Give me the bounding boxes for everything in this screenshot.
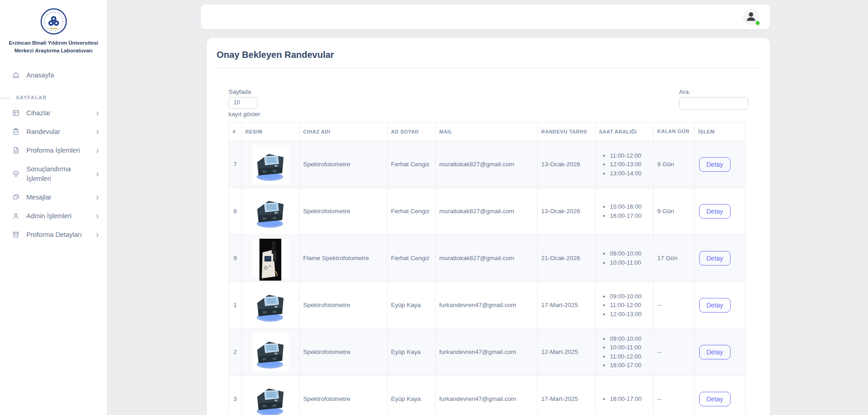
search-control: Ara: bbox=[679, 88, 748, 110]
sidebar-item-label: Mesajlar bbox=[26, 193, 90, 202]
time-slot: 16:00-17:00 bbox=[610, 212, 650, 220]
column-header: # bbox=[229, 123, 242, 141]
device-name: Spektrofotometre bbox=[299, 328, 387, 375]
column-header: RANDEVU TARIHI bbox=[538, 123, 595, 141]
time-slot-list: 09:00-10:0010:00-11:0011:00-12:0016:00-1… bbox=[599, 335, 650, 369]
time-slot-list: 15:00-16:0016:00-17:00 bbox=[599, 203, 650, 220]
table-row: 1 Spektrofotometre Eyüp Kaya furkandevre… bbox=[229, 282, 746, 328]
results-icon bbox=[12, 170, 20, 178]
appointment-date: 12-Mart-2025 bbox=[538, 328, 595, 375]
appointment-date: 17-Mart-2025 bbox=[538, 375, 595, 415]
sidebar-item-proforma-islemleri[interactable]: Proforma İşlemleri › bbox=[0, 141, 107, 160]
proforma-icon bbox=[12, 146, 20, 154]
person-mail: furkandevren47@gmail.com bbox=[436, 282, 538, 328]
detail-button[interactable]: Detay bbox=[699, 298, 731, 313]
spectrophotometer-photo bbox=[252, 286, 289, 325]
detail-button[interactable]: Detay bbox=[699, 251, 731, 266]
device-name: Flame Spektrofotometre bbox=[299, 235, 387, 282]
column-header: MAIL bbox=[436, 123, 538, 141]
column-header: KALAN GÜN bbox=[654, 123, 695, 141]
row-index: 7 bbox=[229, 141, 242, 188]
sidebar-section-sayfalar: SAYFALAR bbox=[0, 95, 107, 100]
sidebar-item-mesajlar[interactable]: Mesajlar › bbox=[0, 188, 107, 207]
chevron-right-icon: › bbox=[96, 147, 99, 154]
sidebar-item-anasayfa[interactable]: Anasayfa bbox=[0, 66, 107, 85]
sidebar-item-cihazlar[interactable]: Cihazlar › bbox=[0, 104, 107, 123]
detail-button[interactable]: Detay bbox=[699, 392, 731, 406]
time-slot-list: 09:00-10:0011:00-12:0012:00-13:00 bbox=[599, 292, 650, 318]
column-header: CIHAZ ADI bbox=[299, 123, 387, 141]
remaining-days: 9 Gün bbox=[654, 188, 695, 235]
user-menu-button[interactable] bbox=[743, 9, 759, 25]
search-input[interactable] bbox=[679, 97, 748, 110]
person-mail: murattokak827@gmail.com bbox=[436, 188, 538, 235]
chevron-right-icon: › bbox=[96, 109, 99, 117]
appointment-date: 13-Ocak-2026 bbox=[538, 141, 595, 188]
person-mail: furkandevren47@gmail.com bbox=[436, 328, 538, 375]
spectrophotometer-photo bbox=[252, 192, 289, 231]
column-header: RESIM bbox=[242, 123, 299, 141]
appointments-icon bbox=[12, 128, 20, 136]
person-mail: furkandevren47@gmail.com bbox=[436, 375, 538, 415]
row-index: 1 bbox=[229, 282, 242, 328]
university-seal-icon bbox=[41, 8, 67, 35]
chevron-right-icon: › bbox=[96, 170, 99, 177]
time-slot: 11:00-12:00 bbox=[610, 353, 650, 361]
table-row: 2 Spektrofotometre Eyüp Kaya furkandevre… bbox=[229, 328, 746, 375]
time-slot: 16:00-17:00 bbox=[610, 361, 650, 369]
sidebar-item-label: Proforma İşlemleri bbox=[26, 146, 90, 155]
person-mail: murattokak827@gmail.com bbox=[436, 141, 538, 188]
column-header: İŞLEM bbox=[695, 123, 746, 141]
appointment-date: 21-Ocak-2026 bbox=[538, 235, 595, 282]
sidebar-item-randevular[interactable]: Randevular › bbox=[0, 123, 107, 141]
time-slot-list: 09:00-10:0010:00-11:00 bbox=[599, 250, 650, 266]
home-icon bbox=[12, 71, 20, 79]
page-title: Onay Bekleyen Randevular bbox=[217, 38, 760, 68]
sidebar-item-label: Admin İşlemleri bbox=[26, 211, 90, 221]
sidebar-item-proforma-detaylari[interactable]: Proforma Detayları › bbox=[0, 225, 107, 244]
table-row: 8 Spektrofotometre Ferhat Cengiz muratto… bbox=[229, 188, 746, 235]
sidebar-item-sonuclandirma-islemleri[interactable]: Sonuçlandırma İşlemleri › bbox=[0, 160, 107, 188]
sidebar: Erzincan Binali Yıldırım Üniversitesi Me… bbox=[0, 0, 107, 415]
remaining-days: -- bbox=[654, 375, 695, 415]
time-slot: 16:00-17:00 bbox=[610, 395, 650, 403]
row-index: 2 bbox=[229, 328, 242, 375]
detail-button[interactable]: Detay bbox=[699, 345, 731, 359]
chevron-right-icon: › bbox=[96, 212, 99, 220]
spectrophotometer-photo bbox=[252, 145, 289, 184]
sidebar-item-label: Anasayfa bbox=[26, 71, 99, 80]
pending-appointments-card: Onay Bekleyen Randevular Sayfada 10 kayı… bbox=[207, 38, 770, 415]
person-name: Ferhat Cengiz bbox=[387, 188, 436, 235]
chevron-right-icon: › bbox=[96, 231, 99, 238]
time-slot: 11:00-12:00 bbox=[610, 301, 650, 309]
time-slot-list: 16:00-17:00 bbox=[599, 395, 650, 403]
page-size-select[interactable]: 10 bbox=[228, 97, 258, 109]
device-name: Spektrofotometre bbox=[299, 282, 387, 328]
person-mail: murattokak827@gmail.com bbox=[436, 235, 538, 282]
devices-icon bbox=[12, 109, 20, 117]
topbar bbox=[201, 5, 770, 29]
appointments-table: # RESIM CIHAZ ADI AD SOYAD MAIL RANDEVU … bbox=[228, 122, 746, 415]
spectrophotometer-photo bbox=[252, 379, 289, 415]
device-name: Spektrofotometre bbox=[299, 188, 387, 235]
person-name: Eyüp Kaya bbox=[387, 328, 436, 375]
person-name: Ferhat Cengiz bbox=[387, 141, 436, 188]
chevron-right-icon: › bbox=[96, 194, 99, 201]
time-slot: 09:00-10:00 bbox=[610, 250, 650, 258]
detail-button[interactable]: Detay bbox=[699, 157, 731, 172]
messages-icon bbox=[12, 193, 20, 201]
remaining-days: -- bbox=[654, 328, 695, 375]
time-slot: 15:00-16:00 bbox=[610, 203, 650, 211]
sidebar-item-admin-islemleri[interactable]: Admin İşlemleri › bbox=[0, 207, 107, 225]
flame-spectrophotometer-photo bbox=[252, 239, 289, 278]
spectrophotometer-photo bbox=[252, 333, 289, 372]
time-slot: 13:00-14:00 bbox=[610, 169, 650, 178]
person-name: Eyüp Kaya bbox=[387, 282, 436, 328]
time-slot: 12:00-13:00 bbox=[610, 310, 650, 318]
remaining-days: 9 Gün bbox=[654, 141, 695, 188]
device-name: Spektrofotometre bbox=[299, 141, 387, 188]
remaining-days: -- bbox=[654, 282, 695, 328]
page-length-control: Sayfada 10 kayıt göster bbox=[228, 88, 260, 118]
time-slot: 10:00-11:00 bbox=[610, 343, 650, 352]
detail-button[interactable]: Detay bbox=[699, 204, 731, 219]
